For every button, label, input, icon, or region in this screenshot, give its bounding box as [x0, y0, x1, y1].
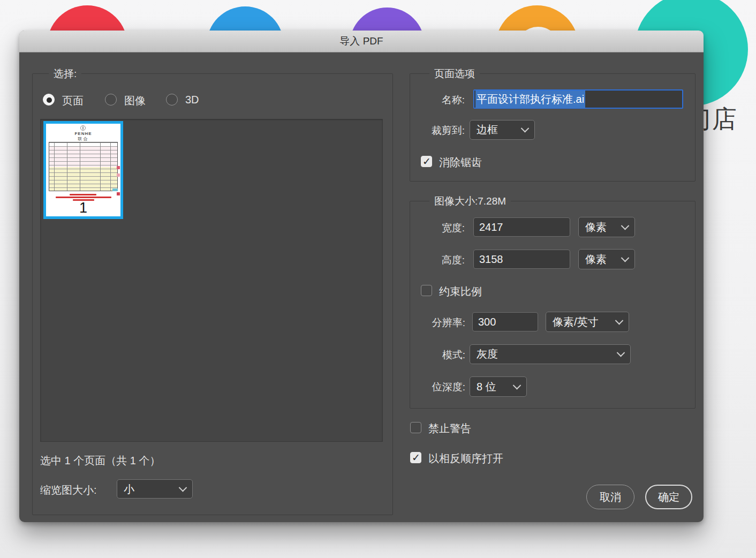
mode-select[interactable]: 灰度	[470, 344, 631, 364]
chevron-down-icon	[621, 221, 630, 230]
crop-value: 边框	[477, 123, 498, 137]
thumb-size-label: 缩览图大小:	[40, 483, 97, 497]
antialias-label: 消除锯齿	[439, 155, 482, 170]
name-label: 名称:	[415, 93, 465, 107]
thumb-size-value: 小	[124, 482, 134, 496]
height-unit-value: 像素	[585, 252, 607, 267]
radio-pages-label: 页面	[62, 94, 84, 108]
page-thumbnail-selected[interactable]: FENHE 联合 1	[43, 121, 123, 219]
radio-pages[interactable]	[43, 94, 55, 105]
radio-images[interactable]	[105, 94, 117, 105]
page-list[interactable]: FENHE 联合 1	[40, 119, 383, 442]
resolution-unit-value: 像素/英寸	[553, 315, 599, 329]
table-chip	[112, 188, 118, 191]
thumbnail-logo-icon	[80, 125, 86, 131]
width-unit-select[interactable]: 像素	[578, 217, 635, 237]
chevron-down-icon	[615, 316, 624, 325]
resolution-input[interactable]: 300	[472, 312, 538, 331]
resolution-value: 300	[478, 316, 496, 328]
bit-depth-label: 位深度:	[415, 380, 465, 394]
table-chip	[117, 192, 120, 195]
ok-button[interactable]: 确定	[645, 485, 692, 509]
thumb-size-select[interactable]: 小	[117, 479, 193, 499]
table-chip	[117, 174, 120, 177]
chevron-down-icon	[617, 349, 625, 357]
select-panel-legend: 选择:	[49, 67, 81, 81]
thumbnail-red-text	[56, 197, 111, 198]
reverse-order-checkbox[interactable]	[410, 452, 421, 463]
width-value: 2417	[479, 221, 503, 233]
dialog-title: 导入 PDF	[339, 34, 383, 48]
thumbnail-red-text	[70, 194, 96, 195]
cancel-button[interactable]: 取消	[586, 485, 634, 509]
page-thumbnail-preview: FENHE 联合 1	[46, 124, 120, 216]
width-unit-value: 像素	[585, 220, 607, 235]
crop-label: 裁剪到:	[415, 124, 465, 138]
suppress-warnings-label: 禁止警告	[428, 421, 471, 436]
height-label: 高度:	[415, 253, 465, 267]
dialog-titlebar[interactable]: 导入 PDF	[19, 31, 704, 52]
cancel-button-label: 取消	[600, 490, 621, 504]
resolution-label: 分辨率:	[415, 316, 465, 330]
radio-3d-label: 3D	[185, 94, 199, 106]
radio-images-label: 图像	[124, 94, 146, 108]
thumbnail-table	[49, 142, 118, 191]
chevron-down-icon	[179, 483, 187, 492]
page-options-legend: 页面选项	[429, 67, 480, 81]
import-pdf-dialog: 导入 PDF 选择: 页面 图像 3D FENHE 联合	[19, 31, 704, 522]
reverse-order-label: 以相反顺序打开	[428, 451, 503, 466]
height-value: 3158	[479, 253, 503, 266]
chevron-down-icon	[521, 124, 530, 133]
image-size-legend: 图像大小:7.28M	[429, 194, 511, 208]
thumbnail-header-1: FENHE	[46, 131, 120, 136]
resolution-unit-select[interactable]: 像素/英寸	[546, 312, 629, 332]
chevron-down-icon	[513, 381, 521, 389]
constrain-checkbox[interactable]	[421, 285, 432, 296]
thumbnail-header-2: 联合	[46, 136, 120, 142]
radio-3d[interactable]	[166, 94, 178, 105]
bit-depth-value: 8 位	[477, 380, 496, 394]
selection-status: 选中 1 个页面（共 1 个）	[40, 454, 160, 468]
suppress-warnings-checkbox[interactable]	[410, 422, 421, 433]
thumbnail-page-number: 1	[46, 200, 120, 216]
height-input[interactable]: 3158	[473, 250, 570, 269]
name-input-selected-text: 平面设计部执行标准.ai	[475, 91, 585, 108]
constrain-label: 约束比例	[439, 284, 482, 299]
height-unit-select[interactable]: 像素	[578, 249, 635, 269]
chevron-down-icon	[621, 253, 630, 262]
name-input[interactable]: 平面设计部执行标准.ai	[473, 89, 683, 109]
width-label: 宽度:	[415, 221, 465, 235]
mode-label: 模式:	[415, 348, 465, 362]
crop-select[interactable]: 边框	[470, 120, 535, 140]
table-chip	[117, 166, 120, 169]
width-input[interactable]: 2417	[473, 217, 570, 237]
bit-depth-select[interactable]: 8 位	[470, 376, 527, 397]
ok-button-label: 确定	[658, 490, 679, 504]
mode-value: 灰度	[477, 347, 498, 361]
antialias-checkbox[interactable]	[421, 156, 432, 167]
